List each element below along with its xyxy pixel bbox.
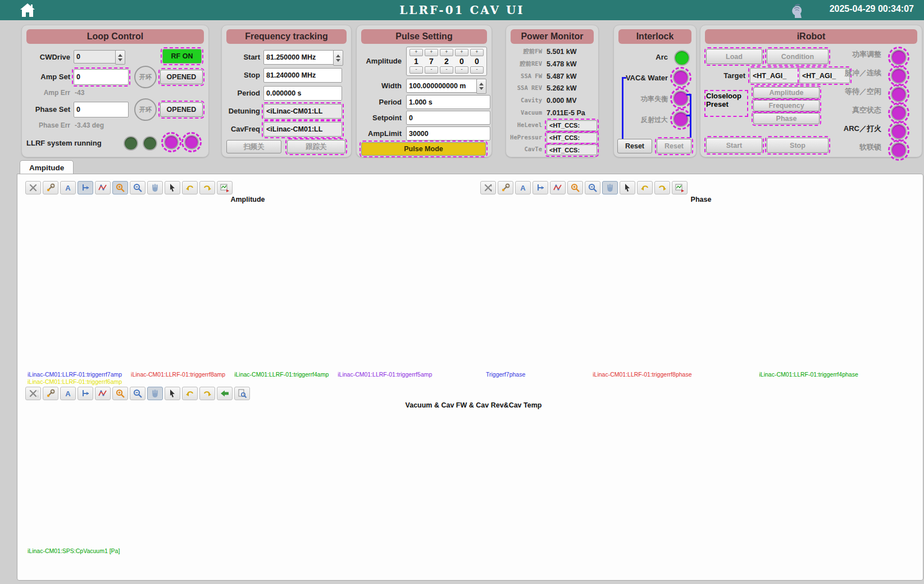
axis-icon[interactable] (78, 387, 93, 400)
digit-increment-button[interactable]: + (470, 49, 484, 56)
setpoint-label: Setpoint (359, 114, 402, 122)
amp-set-field[interactable]: 0 (74, 69, 129, 85)
track-off-button[interactable]: 跟踪关 (287, 140, 345, 153)
undo-icon[interactable] (182, 181, 198, 194)
tools-icon[interactable]: Forward Phase [degree]2000-200-400-600-8… (480, 181, 496, 194)
digit-decrement-button[interactable]: - (409, 66, 423, 74)
frequency-tracking-title: Frequency tracking (226, 29, 347, 44)
vacuum-legend: iLinac-CM01:SPS:CpVacuum1 [Pa] (25, 547, 922, 554)
font-icon[interactable]: A (60, 181, 76, 194)
run-led-2 (140, 133, 160, 153)
phase-chart-toolbar: Forward Phase [degree]2000-200-400-600-8… (480, 181, 922, 194)
undo-icon[interactable] (182, 387, 198, 400)
trace-icon[interactable] (550, 181, 566, 194)
redo-icon[interactable] (199, 387, 215, 400)
irobot-panel: iRobot Load Condition Target <HT_AGI_ <H… (700, 25, 922, 157)
undo-icon[interactable] (637, 181, 653, 194)
digit-decrement-button[interactable]: - (425, 66, 438, 74)
zoom-out-icon[interactable] (130, 181, 145, 194)
axis-icon[interactable] (78, 181, 93, 194)
cursor-icon[interactable] (165, 387, 180, 400)
legend-item: iLinac-CM01:LLRF-01:triggerrf8phase (593, 371, 691, 378)
vacuum-chart-title: Vacuum & Cav FW & Cav Rev&Cav Temp (25, 401, 922, 410)
setpoint-field[interactable]: 0 (406, 111, 490, 125)
phase-plot-area[interactable] (480, 205, 922, 369)
tools-icon[interactable]: Forward Amplitude200000-20000-40000Rever… (25, 181, 41, 194)
digit-increment-button[interactable]: + (409, 49, 423, 56)
amp-open-loop-circle-button[interactable]: 开环 (134, 66, 157, 88)
start-button[interactable]: Start (706, 138, 762, 153)
tools-icon[interactable]: Vacuum(Pa)0.000300.000200.00010Cav FW1.6… (25, 387, 41, 400)
trace-icon[interactable] (95, 181, 111, 194)
cwdrive-spinner[interactable] (115, 50, 125, 65)
pm-label-2: SSA FW (507, 73, 542, 79)
amplitude-digit-wheel[interactable]: +1-+7-+2-+0-+0- (406, 47, 487, 76)
period-field[interactable]: 0.000000 s (263, 86, 342, 101)
cursor-icon[interactable] (165, 181, 180, 194)
rf-on-button[interactable]: RF ON (162, 49, 202, 64)
brain-icon[interactable] (790, 2, 806, 21)
amp-err-value: -43 (75, 89, 114, 97)
width-field[interactable]: 100.000000000 m (406, 79, 481, 93)
snapshot-icon[interactable] (217, 181, 233, 194)
legend-item: iLinac-CM01:SPS:CpVacuum1 [Pa] (28, 547, 120, 554)
zoom-in-icon[interactable] (567, 181, 583, 194)
font-icon[interactable]: A (60, 387, 76, 400)
vacuum-plot-area[interactable] (25, 410, 922, 545)
zoom-in-icon[interactable] (112, 387, 128, 400)
llrf-running-label: LLRF system running (26, 139, 116, 147)
zoom-in-icon[interactable] (112, 181, 128, 194)
digit-increment-button[interactable]: + (455, 49, 468, 56)
sweep-off-button[interactable]: 扫频关 (226, 140, 281, 153)
reset2-button[interactable]: Reset (657, 139, 691, 153)
phase-chart: Forward Phase [degree]2000-200-400-600-8… (480, 181, 922, 378)
config-icon[interactable] (43, 181, 58, 194)
amplitude-chart: Forward Amplitude200000-20000-40000Rever… (25, 181, 470, 385)
pulse-mode-button[interactable]: Pulse Mode (361, 142, 486, 156)
pan-icon[interactable] (147, 181, 163, 194)
zoom-out-icon[interactable] (130, 387, 145, 400)
report-icon[interactable] (234, 387, 250, 400)
load-button[interactable]: Load (706, 49, 762, 64)
amplimit-label: AmpLimit (359, 129, 402, 138)
pan-icon[interactable] (147, 387, 163, 400)
digit-decrement-button[interactable]: - (470, 66, 484, 74)
vac-water-led (670, 67, 691, 88)
start-spinner[interactable] (333, 50, 343, 66)
amp-loop-state-button[interactable]: OPENED (160, 70, 203, 84)
pan-icon[interactable] (602, 181, 618, 194)
snapshot-icon[interactable] (672, 181, 688, 194)
phase-loop-state-button[interactable]: OPENED (160, 102, 203, 117)
tab-amplitude-phase-vacuum[interactable]: Ampitude & Phase & Vacuum (20, 160, 74, 175)
back-icon[interactable] (217, 387, 233, 400)
zoom-out-icon[interactable] (585, 181, 600, 194)
reset-button[interactable]: Reset (617, 139, 652, 153)
pm-label-6: HeLevel (507, 121, 542, 128)
digit-decrement-button[interactable]: - (455, 66, 468, 74)
amplimit-field[interactable]: 30000 (406, 126, 490, 141)
amplitude-plot-area[interactable] (25, 205, 470, 369)
config-icon[interactable] (43, 387, 58, 400)
pulse-setting-panel: Pulse Setting Amplitude +1-+7-+2-+0-+0- … (356, 25, 492, 157)
redo-icon[interactable] (654, 181, 670, 194)
pm-value-1: 5.478 kW (547, 60, 596, 68)
legend-item: iLinac-CM01:LLRF-01:triggerrf8amp (131, 371, 225, 378)
digit-decrement-button[interactable]: - (440, 66, 453, 74)
pulse-period-field[interactable]: 1.000 s (406, 95, 490, 109)
cursor-icon[interactable] (620, 181, 635, 194)
font-icon[interactable]: A (515, 181, 531, 194)
axis-icon[interactable] (532, 181, 548, 194)
width-spinner[interactable] (476, 79, 486, 94)
amp-set-label: Amp Set (28, 73, 70, 81)
redo-icon[interactable] (199, 181, 215, 194)
digit-increment-button[interactable]: + (425, 49, 438, 56)
trace-icon[interactable] (95, 387, 111, 400)
titlebar: LLRF-01 CAV UI 2025-04-29 00:34:07 (0, 0, 924, 20)
digit-increment-button[interactable]: + (440, 49, 453, 56)
phase-open-loop-circle-button[interactable]: 开环 (134, 98, 157, 121)
phase-set-field[interactable]: 0 (74, 102, 129, 117)
cwdrive-field[interactable]: 0 (74, 50, 120, 64)
start-field[interactable]: 81.250000 MHz (263, 50, 336, 65)
config-icon[interactable] (498, 181, 513, 194)
stop-field[interactable]: 81.240000 MHz (263, 68, 342, 83)
